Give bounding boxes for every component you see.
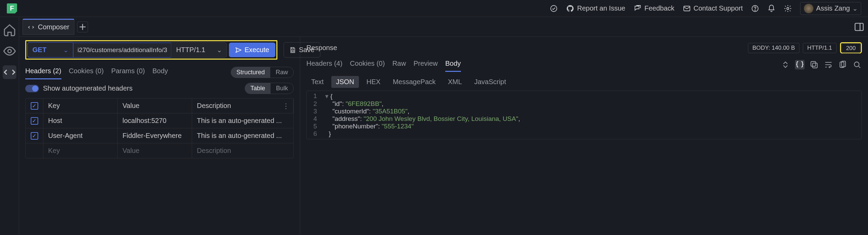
response-title: Response: [306, 44, 337, 52]
rail-watch-button[interactable]: [3, 44, 16, 58]
contact-support-link[interactable]: Contact Support: [683, 4, 743, 13]
placeholder-desc[interactable]: Description: [192, 143, 293, 158]
github-icon: [566, 4, 574, 13]
seg-bulk[interactable]: Bulk: [271, 83, 293, 94]
help-icon[interactable]: [751, 4, 759, 13]
status-pill: 200: [842, 43, 860, 53]
rail-composer-button[interactable]: [3, 65, 16, 79]
copy2-icon[interactable]: [838, 60, 848, 69]
autogen-row: Show autogenerated headers Table Bulk: [19, 79, 294, 98]
cell-desc[interactable]: This is an auto-generated ...: [192, 113, 293, 128]
braces-icon[interactable]: [795, 60, 805, 69]
json-address: "200 John Wesley Blvd, Bossier City, Lou…: [364, 115, 518, 122]
table-row: User-Agent Fiddler-Everywhere This is an…: [26, 128, 293, 143]
table-more-icon[interactable]: ⋮: [283, 102, 289, 110]
seg-structured[interactable]: Structured: [231, 67, 270, 78]
resp-tab-headers[interactable]: Headers (4): [306, 58, 343, 72]
seg-table[interactable]: Table: [245, 83, 271, 94]
resp-tab-cookies[interactable]: Cookies (0): [350, 58, 385, 72]
user-name: Assis Zang: [816, 4, 850, 12]
method-selector[interactable]: GET: [27, 42, 73, 58]
cell-value[interactable]: Fiddler-Everywhere: [118, 128, 192, 143]
row-check[interactable]: [31, 132, 38, 140]
tab-params[interactable]: Params (0): [111, 65, 145, 79]
placeholder-key[interactable]: Key: [43, 143, 118, 158]
top-bar-right: Report an Issue Feedback Contact Support…: [550, 2, 861, 15]
user-menu[interactable]: Assis Zang: [800, 2, 861, 15]
fmt-json[interactable]: JSON: [331, 76, 359, 88]
feedback-link[interactable]: Feedback: [634, 4, 675, 13]
bell-icon[interactable]: [767, 4, 776, 13]
svg-point-12: [854, 62, 859, 67]
chevron-down-icon: [853, 6, 857, 11]
svg-point-5: [8, 49, 11, 53]
request-row: GET HTTP/1.1 Execute: [19, 37, 294, 63]
response-header: Response BODY: 140.00 B HTTP/1.1 200: [300, 37, 868, 58]
status-highlight: 200: [840, 42, 862, 53]
request-pane: GET HTTP/1.1 Execute: [19, 37, 300, 235]
headers-table-head: Key Value Description ⋮: [26, 98, 293, 113]
report-issue-label: Report an Issue: [577, 4, 625, 12]
tab-headers[interactable]: Headers (2): [25, 65, 61, 79]
main-area: Composer GET HTTP/1.1: [0, 17, 868, 235]
protocol-value: HTTP/1.1: [176, 46, 205, 54]
col-key: Key: [43, 98, 118, 113]
json-viewer[interactable]: 1▾ { 2 "id": "6FE892BB", 3 "customerId":…: [306, 91, 862, 139]
gear-icon[interactable]: [784, 4, 792, 13]
headers-table: Key Value Description ⋮ Host localhost:5…: [25, 98, 294, 158]
json-customer-id: "35A51B05": [373, 108, 407, 115]
svg-rect-9: [811, 62, 816, 66]
seg-raw[interactable]: Raw: [270, 67, 293, 78]
format-tabs: Text JSON HEX MessagePack XML JavaScript: [300, 72, 868, 91]
body-size-pill: BODY: 140.00 B: [748, 43, 799, 53]
url-input[interactable]: [73, 43, 171, 58]
tab-composer-label: Composer: [38, 23, 69, 31]
collapse-icon[interactable]: [781, 60, 790, 69]
fmt-hex[interactable]: HEX: [362, 76, 385, 88]
report-issue-link[interactable]: Report an Issue: [566, 4, 625, 13]
copy-icon[interactable]: [809, 60, 819, 69]
cell-key[interactable]: User-Agent: [43, 128, 118, 143]
json-phone: "555-1234": [382, 123, 414, 130]
top-bar: F Report an Issue Feedback Contact Suppo…: [0, 0, 868, 17]
table-row-new[interactable]: Key Value Description: [26, 143, 293, 158]
fmt-text[interactable]: Text: [306, 76, 329, 88]
resp-tab-body[interactable]: Body: [445, 58, 461, 72]
save-icon: [289, 47, 296, 53]
view-mode-segment: Structured Raw: [231, 67, 294, 78]
fmt-js[interactable]: JavaScript: [469, 76, 511, 88]
table-row: Host localhost:5270 This is an auto-gene…: [26, 113, 293, 128]
tab-body[interactable]: Body: [153, 65, 168, 79]
execute-label: Execute: [245, 46, 269, 54]
tab-composer[interactable]: Composer: [23, 19, 74, 35]
panel-layout-button[interactable]: [854, 21, 865, 32]
tab-cookies[interactable]: Cookies (0): [69, 65, 104, 79]
svg-rect-6: [855, 23, 863, 30]
search-icon[interactable]: [852, 60, 862, 69]
autogen-toggle[interactable]: [25, 85, 39, 92]
tab-add-button[interactable]: [77, 21, 88, 32]
response-pane: Response BODY: 140.00 B HTTP/1.1 200 Hea…: [300, 37, 868, 235]
protocol-selector[interactable]: HTTP/1.1: [171, 42, 227, 58]
svg-point-0: [551, 5, 557, 12]
cell-value[interactable]: localhost:5270: [118, 113, 192, 128]
placeholder-value[interactable]: Value: [118, 143, 192, 158]
fmt-xml[interactable]: XML: [443, 76, 467, 88]
cell-key[interactable]: Host: [43, 113, 118, 128]
svg-rect-8: [812, 63, 817, 68]
execute-button[interactable]: Execute: [229, 43, 275, 57]
feedback-label: Feedback: [645, 4, 675, 12]
resp-tab-raw[interactable]: Raw: [392, 58, 406, 72]
svg-rect-7: [292, 50, 294, 51]
avatar: [804, 4, 813, 13]
rail-home-button[interactable]: [3, 23, 16, 37]
chevron-down-icon: [217, 48, 222, 52]
check-circle-icon[interactable]: [550, 4, 558, 13]
cell-desc[interactable]: This is an auto-generated ...: [192, 128, 293, 143]
method-value: GET: [32, 46, 46, 54]
row-check[interactable]: [31, 117, 38, 125]
fmt-msgpack[interactable]: MessagePack: [388, 76, 440, 88]
resp-tab-preview[interactable]: Preview: [414, 58, 438, 72]
wrap-icon[interactable]: [824, 60, 833, 69]
check-all[interactable]: [31, 102, 38, 110]
